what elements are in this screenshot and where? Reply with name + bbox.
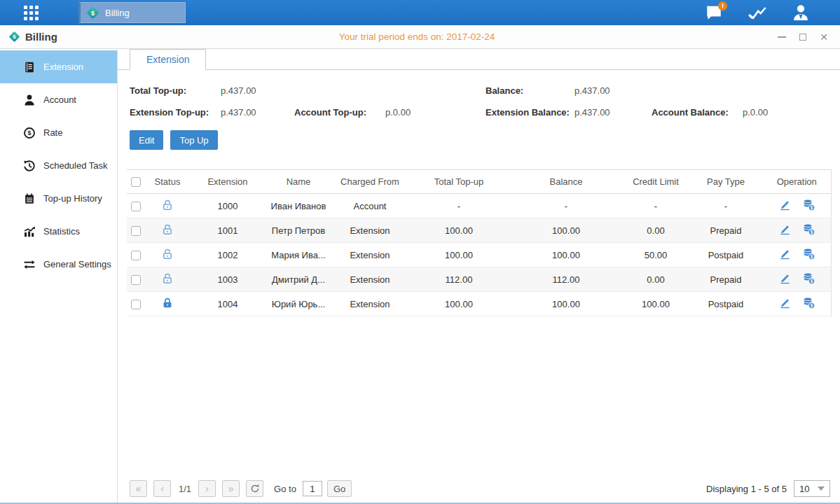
column-header-charged-from: Charged From bbox=[331, 170, 408, 194]
page-size-value: 10 bbox=[799, 484, 809, 494]
sidebar-item-rate[interactable]: Rate bbox=[0, 116, 117, 149]
sidebar-item-topup-history[interactable]: Top-up History bbox=[0, 182, 117, 215]
cell-pay-type: Postpaid bbox=[689, 243, 763, 267]
cell-extension: 1001 bbox=[190, 218, 266, 243]
top-up-button[interactable]: Top Up bbox=[170, 130, 217, 150]
cell-balance: 100.00 bbox=[509, 292, 623, 316]
refresh-button[interactable] bbox=[246, 480, 263, 497]
edit-button[interactable]: Edit bbox=[130, 130, 163, 150]
cell-charged-from: Extension bbox=[331, 243, 408, 267]
close-icon[interactable]: ✕ bbox=[819, 32, 829, 42]
edit-extension-icon[interactable] bbox=[778, 272, 792, 285]
cell-pay-type: Prepaid bbox=[689, 218, 763, 243]
sidebar-item-label: Rate bbox=[43, 127, 62, 138]
table-row: 1003 Дмитрий Д... Extension 112.00 112.0… bbox=[127, 267, 831, 292]
edit-extension-icon[interactable] bbox=[778, 296, 792, 309]
taskbar-billing-tab[interactable]: Billing bbox=[78, 2, 186, 23]
total-topup-label: Total Top-up: bbox=[130, 85, 221, 96]
page-size-select[interactable]: 10 bbox=[794, 480, 830, 497]
lock-status-icon bbox=[161, 223, 174, 236]
prev-page-button[interactable]: ‹ bbox=[153, 480, 171, 497]
cell-balance: - bbox=[509, 194, 623, 218]
account-topup-value: p.0.00 bbox=[385, 107, 486, 118]
cell-total-topup: 112.00 bbox=[408, 267, 509, 292]
topup-extension-icon[interactable] bbox=[802, 296, 815, 309]
cell-credit-limit: 0.00 bbox=[623, 267, 689, 292]
main-content: Extension Total Top-up: p.437.00 Balance… bbox=[118, 49, 840, 503]
cell-credit-limit: 100.00 bbox=[623, 292, 689, 316]
edit-extension-icon[interactable] bbox=[778, 223, 792, 236]
extension-balance-value: p.437.00 bbox=[574, 107, 652, 118]
tab-extension[interactable]: Extension bbox=[130, 49, 206, 70]
taskbar-tab-label: Billing bbox=[105, 8, 130, 18]
sidebar-item-account[interactable]: Account bbox=[0, 83, 117, 116]
extensions-table: Status Extension Name Charged From Total… bbox=[127, 169, 832, 316]
maximize-icon[interactable] bbox=[798, 32, 808, 42]
goto-page-input[interactable] bbox=[303, 481, 322, 496]
table-row: 1000 Иван Иванов Account - - - - bbox=[127, 194, 831, 218]
next-page-button[interactable]: › bbox=[198, 480, 216, 497]
column-header-credit-limit: Credit Limit bbox=[623, 170, 689, 194]
bar-chart-arrow-icon bbox=[23, 225, 36, 238]
select-all-checkbox[interactable] bbox=[131, 177, 141, 187]
first-page-button[interactable]: « bbox=[130, 480, 147, 497]
topup-extension-icon[interactable] bbox=[802, 198, 815, 211]
cell-pay-type: - bbox=[689, 194, 763, 218]
cell-credit-limit: 0.00 bbox=[623, 218, 689, 243]
balance-label: Balance: bbox=[486, 85, 574, 96]
cell-extension: 1002 bbox=[190, 243, 266, 267]
app-window: Billing ! Billing Your trial period ends… bbox=[0, 0, 840, 504]
topup-extension-icon[interactable] bbox=[802, 272, 815, 285]
column-header-extension: Extension bbox=[190, 170, 266, 194]
extension-topup-value: p.437.00 bbox=[221, 107, 294, 118]
edit-extension-icon[interactable] bbox=[778, 198, 792, 211]
sidebar-item-label: Account bbox=[43, 94, 76, 105]
column-header-operation: Operation bbox=[763, 170, 831, 194]
cell-charged-from: Extension bbox=[331, 292, 408, 316]
row-checkbox[interactable] bbox=[131, 275, 141, 285]
cell-charged-from: Extension bbox=[331, 267, 408, 292]
account-balance-label: Account Balance: bbox=[652, 107, 743, 118]
cell-name: Юрий Юрь... bbox=[266, 292, 331, 316]
minimize-icon[interactable] bbox=[777, 32, 787, 42]
apps-grid-icon[interactable] bbox=[24, 6, 39, 20]
cell-extension: 1003 bbox=[190, 267, 266, 292]
lock-status-icon bbox=[161, 272, 174, 285]
cell-total-topup: 100.00 bbox=[408, 218, 509, 243]
row-checkbox[interactable] bbox=[131, 300, 141, 309]
cell-extension: 1000 bbox=[190, 194, 266, 218]
row-checkbox[interactable] bbox=[131, 202, 141, 211]
cell-balance: 100.00 bbox=[509, 243, 623, 267]
resource-monitor-icon[interactable] bbox=[746, 2, 769, 23]
table-row: 1002 Мария Ива... Extension 100.00 100.0… bbox=[127, 243, 831, 267]
ledger-icon bbox=[23, 61, 36, 74]
notifications-icon[interactable]: ! bbox=[703, 2, 725, 23]
last-page-button[interactable]: » bbox=[222, 480, 240, 497]
sidebar-item-statistics[interactable]: Statistics bbox=[0, 215, 117, 248]
column-header-total-topup: Total Top-up bbox=[408, 170, 509, 194]
edit-extension-icon[interactable] bbox=[778, 247, 792, 260]
topup-extension-icon[interactable] bbox=[802, 223, 815, 236]
cell-name: Дмитрий Д... bbox=[266, 267, 331, 292]
table-row: 1001 Петр Петров Extension 100.00 100.00… bbox=[127, 218, 831, 243]
cell-balance: 112.00 bbox=[509, 267, 623, 292]
cell-name: Иван Иванов bbox=[266, 194, 331, 218]
total-topup-value: p.437.00 bbox=[221, 85, 486, 96]
pagination-bar: « ‹ 1/1 › » Go to Go Displaying 1 - 5 of… bbox=[130, 480, 830, 497]
billing-app-icon bbox=[86, 6, 99, 20]
cell-balance: 100.00 bbox=[509, 218, 623, 243]
go-button[interactable]: Go bbox=[327, 480, 352, 497]
sidebar-item-extension[interactable]: Extension bbox=[0, 50, 117, 83]
sidebar-item-scheduled-task[interactable]: Scheduled Task bbox=[0, 149, 117, 182]
row-checkbox[interactable] bbox=[131, 251, 141, 260]
user-account-icon[interactable] bbox=[790, 2, 812, 23]
topup-extension-icon[interactable] bbox=[802, 247, 815, 260]
tab-bar: Extension bbox=[118, 49, 840, 70]
cell-pay-type: Postpaid bbox=[689, 292, 763, 316]
sidebar-item-general-settings[interactable]: General Settings bbox=[0, 248, 117, 281]
balance-value: p.437.00 bbox=[574, 85, 610, 96]
column-header-pay-type: Pay Type bbox=[689, 170, 763, 194]
row-checkbox[interactable] bbox=[131, 226, 141, 236]
lock-status-icon bbox=[161, 297, 174, 309]
displaying-count: Displaying 1 - 5 of 5 bbox=[706, 484, 787, 494]
